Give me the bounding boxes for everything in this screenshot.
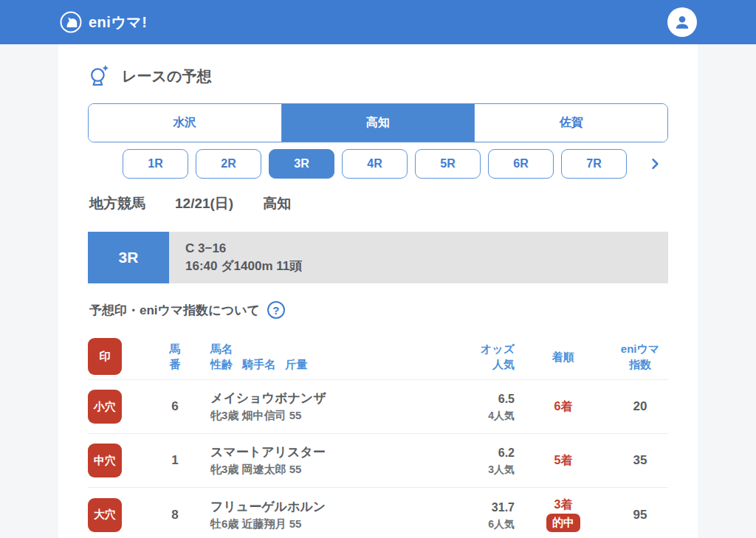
meta-date: 12/21(日)	[175, 194, 233, 213]
horse-name: メイショウボナンザ	[210, 390, 453, 407]
user-avatar-button[interactable]	[667, 7, 697, 37]
race-button-5r[interactable]: 5R	[415, 149, 481, 179]
header-horse-name: 馬名 性齢 騎手名 斤量	[210, 341, 453, 372]
prediction-table: 印 馬 番 馬名 性齢 騎手名 斤量 オッズ 人気 着順 eniウマ 指数 小穴	[88, 334, 668, 538]
race-banner: 3R C 3−16 16:40 ダ1400m 11頭	[88, 232, 668, 283]
popularity-value: 4人気	[453, 408, 515, 423]
popularity-value: 3人気	[453, 462, 515, 477]
mark-badge: 大穴	[88, 498, 122, 532]
person-icon	[673, 13, 692, 32]
finish-position: 6着	[515, 399, 612, 414]
track-tab-kochi[interactable]: 高知	[281, 104, 475, 142]
page-title: レースの予想	[122, 66, 211, 86]
header-result: 着順	[515, 349, 612, 365]
horse-number: 1	[140, 453, 210, 468]
header-index: eniウマ 指数	[612, 341, 668, 372]
horse-detail: 牡6歳 近藤翔月 55	[210, 516, 453, 532]
app-header: eniウマ!	[0, 0, 756, 44]
meta-track: 高知	[263, 194, 291, 213]
help-question-icon[interactable]: ?	[267, 301, 285, 319]
horse-number: 6	[140, 399, 210, 414]
odds-value: 6.5	[453, 390, 515, 408]
finish-position: 5着	[515, 453, 612, 468]
race-details: 16:40 ダ1400m 11頭	[185, 258, 668, 275]
track-tab-saga[interactable]: 佐賀	[474, 104, 667, 142]
table-row[interactable]: 中穴 1 スマートアリスター 牝3歳 岡遼太郎 55 6.2 3人気 5着 35	[88, 434, 668, 488]
table-row[interactable]: 小穴 6 メイショウボナンザ 牝3歳 畑中信司 55 6.5 4人気 6着 20	[88, 380, 668, 434]
hit-badge: 的中	[546, 514, 580, 532]
horse-number: 8	[140, 508, 210, 523]
mark-badge: 小穴	[88, 390, 122, 424]
odds-value: 6.2	[453, 444, 515, 462]
track-tabs: 水沢 高知 佐賀	[88, 103, 668, 142]
eniuma-index: 20	[612, 399, 668, 414]
horse-name: フリューゲルホルン	[210, 498, 453, 516]
race-class: C 3−16	[185, 240, 668, 258]
meta-category: 地方競馬	[89, 194, 145, 213]
finish-position: 3着	[515, 497, 612, 512]
race-button-4r[interactable]: 4R	[342, 149, 408, 179]
horse-name: スマートアリスター	[210, 444, 453, 461]
info-link-label: 予想印・eniウマ指数について	[89, 302, 260, 319]
race-banner-number: 3R	[88, 232, 169, 283]
race-meta: 地方競馬 12/21(日) 高知	[88, 194, 668, 213]
race-button-7r[interactable]: 7R	[561, 149, 627, 179]
odds-value: 31.7	[453, 499, 515, 517]
popularity-value: 6人気	[453, 517, 515, 531]
header-mark-badge: 印	[88, 338, 122, 375]
race-banner-body: C 3−16 16:40 ダ1400m 11頭	[169, 232, 668, 283]
app-logo-text: eniウマ!	[89, 13, 148, 32]
app-logo[interactable]: eniウマ!	[59, 10, 148, 34]
track-tab-mizusawa[interactable]: 水沢	[89, 104, 281, 142]
horse-logo-icon	[59, 10, 83, 34]
header-horse-number: 馬 番	[140, 341, 210, 372]
chevron-right-icon[interactable]	[647, 156, 662, 171]
race-button-6r[interactable]: 6R	[488, 149, 554, 179]
page-title-row: レースの予想	[88, 63, 668, 89]
horse-detail: 牝3歳 岡遼太郎 55	[210, 461, 453, 477]
crystal-ball-icon	[88, 63, 111, 89]
eniuma-index: 35	[612, 453, 668, 468]
race-button-2r[interactable]: 2R	[196, 149, 261, 179]
horse-detail: 牝3歳 畑中信司 55	[210, 407, 453, 424]
mark-badge: 中穴	[88, 444, 122, 477]
info-link-row: 予想印・eniウマ指数について ?	[88, 301, 668, 319]
eniuma-index: 95	[612, 508, 668, 523]
race-button-3r[interactable]: 3R	[269, 149, 334, 179]
main-content-card: レースの予想 水沢 高知 佐賀 1R 2R 3R 4R 5R 6R 7R 地方競…	[58, 44, 698, 538]
header-odds: オッズ 人気	[453, 341, 515, 372]
race-button-1r[interactable]: 1R	[123, 149, 188, 179]
race-selector: 1R 2R 3R 4R 5R 6R 7R	[88, 149, 668, 179]
table-row[interactable]: 大穴 8 フリューゲルホルン 牡6歳 近藤翔月 55 31.7 6人気 3着 的…	[88, 488, 668, 538]
table-header-row: 印 馬 番 馬名 性齢 騎手名 斤量 オッズ 人気 着順 eniウマ 指数	[88, 334, 668, 380]
